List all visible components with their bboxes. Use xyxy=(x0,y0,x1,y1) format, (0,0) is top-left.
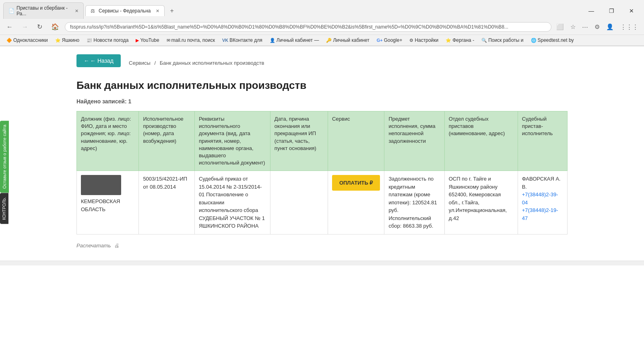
col-header-case: Исполнительное производство (номер, дата… xyxy=(139,111,195,171)
print-icon: 🖨 xyxy=(114,243,120,249)
lk1-icon: 👤 xyxy=(270,38,275,43)
results-table: Должник (физ. лицо: ФИО, дата и место ро… xyxy=(76,111,568,234)
bookmark-lk1[interactable]: 👤 Личный кабинет — xyxy=(266,37,322,44)
table-header-row: Должник (физ. лицо: ФИО, дата и место ро… xyxy=(77,111,568,171)
tab2-favicon: ⚖ xyxy=(91,8,96,14)
bookmark-odnoklassniki[interactable]: 🔶 Одноклассники xyxy=(3,37,51,44)
feedback-label: Оставьте отзыв о работе сайта xyxy=(2,125,7,189)
tab2-title: Сервисы - Федеральна xyxy=(99,8,151,14)
bailiff-name: ФАВОРСКАЯ А. В. xyxy=(522,175,563,191)
bookmark-google[interactable]: G+ Google+ xyxy=(374,37,406,44)
tab2-close[interactable]: ✕ xyxy=(156,8,159,14)
records-count: 1 xyxy=(128,98,131,105)
breadcrumb-separator: / xyxy=(155,60,156,66)
bookmark-youtube[interactable]: ▶ YouTube xyxy=(132,37,162,44)
table-row: КЕМЕРОВСКАЯ ОБЛАСТЬ 5003/15/42021-ИП от … xyxy=(77,171,568,234)
new-tab-button[interactable]: + xyxy=(166,5,178,17)
control-tab[interactable]: КОНТРОЛЬ. xyxy=(0,193,8,224)
debtor-region: КЕМЕРОВСКАЯ ОБЛАСТЬ xyxy=(81,197,134,213)
bookmark-mailru[interactable]: ✉ mail.ru почта, поиск xyxy=(163,37,218,44)
control-label: КОНТРОЛЬ. xyxy=(2,197,6,220)
scrollbar-area[interactable] xyxy=(0,261,644,265)
menu-button[interactable]: ⋯ xyxy=(580,22,590,32)
bookmark-yashkino[interactable]: ⭐ Яшкино xyxy=(52,37,83,44)
page-title: Банк данных исполнительных производств xyxy=(76,79,568,92)
col-header-end: Дата, причина окончания или прекращения … xyxy=(270,111,328,171)
google-icon: G+ xyxy=(377,38,383,43)
col-header-debtor: Должник (физ. лицо: ФИО, дата и место ро… xyxy=(77,111,139,171)
cell-bailiff: ФАВОРСКАЯ А. В. +7(38448)2-39-04 +7(3844… xyxy=(518,171,567,234)
settings-button[interactable]: ⚙ xyxy=(592,22,602,32)
youtube-icon: ▶ xyxy=(136,38,139,43)
bookmark-speedtest[interactable]: 🌐 Speedtest.net by xyxy=(528,37,577,44)
bookmarks-bar: 🔶 Одноклассники ⭐ Яшкино 📰 Новости погод… xyxy=(0,35,644,46)
tab1-favicon: 📄 xyxy=(8,8,14,14)
back-nav-button[interactable]: ← xyxy=(3,22,16,32)
odnoklassniki-icon: 🔶 xyxy=(6,38,12,43)
yashkino-icon: ⭐ xyxy=(55,38,61,43)
tab-inactive[interactable]: 📄 Приставы и сбербанк - Ра... ✕ xyxy=(3,2,84,19)
cell-department: ОСП по г. Тайге и Яшкинскому району 6524… xyxy=(444,171,518,234)
address-bar[interactable]: fssprus.ru/iss/ip?is%5Bvariant%5D=1&is%5… xyxy=(65,22,551,32)
records-found: Найдено записей: 1 xyxy=(76,98,568,105)
mail-icon: ✉ xyxy=(167,38,170,43)
feedback-tab[interactable]: Оставьте отзыв о работе сайта xyxy=(0,121,9,193)
breadcrumb-nav: ← ← Назад Сервисы / Банк данных исполнит… xyxy=(76,54,568,71)
pay-button[interactable]: ОПЛАТИТЬ ₽ xyxy=(332,175,380,191)
breadcrumb-item-services[interactable]: Сервисы xyxy=(129,60,151,66)
col-header-service: Сервис xyxy=(328,111,384,171)
settings-bm-icon: ⚙ xyxy=(409,38,413,43)
jobs-icon: 🔍 xyxy=(481,38,487,43)
tab1-close[interactable]: ✕ xyxy=(75,8,78,14)
bookmark-fergana[interactable]: ⭐ Фергана - xyxy=(442,37,477,44)
maximize-button[interactable]: ❐ xyxy=(602,5,621,16)
cell-case-number: 5003/15/42021-ИП от 08.05.2014 xyxy=(139,171,195,234)
vk-icon: VK xyxy=(222,38,228,43)
cell-doc-details: Судебный приказ от 15.04.2014 № 2-315/20… xyxy=(194,171,270,234)
extensions-button[interactable]: ⬜ xyxy=(554,22,566,32)
minimize-button[interactable]: — xyxy=(582,5,601,16)
tab-active[interactable]: ⚖ Сервисы - Федеральна ✕ xyxy=(85,5,165,16)
reload-button[interactable]: ↻ xyxy=(34,21,45,32)
account-button[interactable]: 👤 xyxy=(604,22,616,32)
bookmark-settings[interactable]: ⚙ Настройки xyxy=(406,37,442,44)
back-arrow-icon: ← xyxy=(84,58,89,64)
col-header-doc: Реквизиты исполнительного документа (вид… xyxy=(194,111,270,171)
phone1-link[interactable]: +7(38448)2-39-04 xyxy=(522,191,558,206)
bookmark-news[interactable]: 📰 Новости погода xyxy=(83,37,132,44)
fergana-icon: ⭐ xyxy=(446,38,451,43)
news-icon: 📰 xyxy=(87,38,92,43)
records-label: Найдено записей: xyxy=(76,98,127,105)
home-button[interactable]: 🏠 xyxy=(48,21,62,32)
tab1-title: Приставы и сбербанк - Ра... xyxy=(17,5,70,16)
cell-service: ОПЛАТИТЬ ₽ xyxy=(328,171,384,234)
more-button[interactable]: ⋮⋮⋮ xyxy=(618,22,641,32)
phone2-link[interactable]: +7(38448)2-19-47 xyxy=(522,207,558,221)
breadcrumb-item-current: Банк данных исполнительных производств xyxy=(160,60,264,66)
close-button[interactable]: ✕ xyxy=(622,5,641,16)
print-link[interactable]: Распечатать xyxy=(76,243,111,249)
bookmark-lk2[interactable]: 🔑 Личный кабинет xyxy=(323,37,372,44)
lk2-icon: 🔑 xyxy=(326,38,332,43)
forward-nav-button[interactable]: → xyxy=(19,22,31,32)
bookmark-jobs[interactable]: 🔍 Поиск работы и xyxy=(478,37,526,44)
breadcrumb: Сервисы / Банк данных исполнительных про… xyxy=(129,60,264,66)
cell-subject: Задолженность по кредитным платежам (кро… xyxy=(384,171,444,234)
bookmark-vk[interactable]: VK ВКонтакте для xyxy=(219,37,266,44)
col-header-subject: Предмет исполнения, сумма непогашенной з… xyxy=(384,111,444,171)
address-text: fssprus.ru/iss/ip?is%5Bvariant%5D=1&is%5… xyxy=(70,24,546,30)
col-header-bailiff: Судебный пристав-исполнитель xyxy=(518,111,567,171)
speedtest-icon: 🌐 xyxy=(531,38,537,43)
print-section: Распечатать 🖨 xyxy=(76,243,568,249)
debtor-image-blurred xyxy=(81,175,121,195)
cell-debtor: КЕМЕРОВСКАЯ ОБЛАСТЬ xyxy=(77,171,139,234)
favorites-button[interactable]: ☆ xyxy=(568,22,578,32)
cell-end-reason xyxy=(270,171,328,234)
col-header-dept: Отдел судебных приставов (наименование, … xyxy=(444,111,518,171)
back-button[interactable]: ← ← Назад xyxy=(76,54,121,67)
